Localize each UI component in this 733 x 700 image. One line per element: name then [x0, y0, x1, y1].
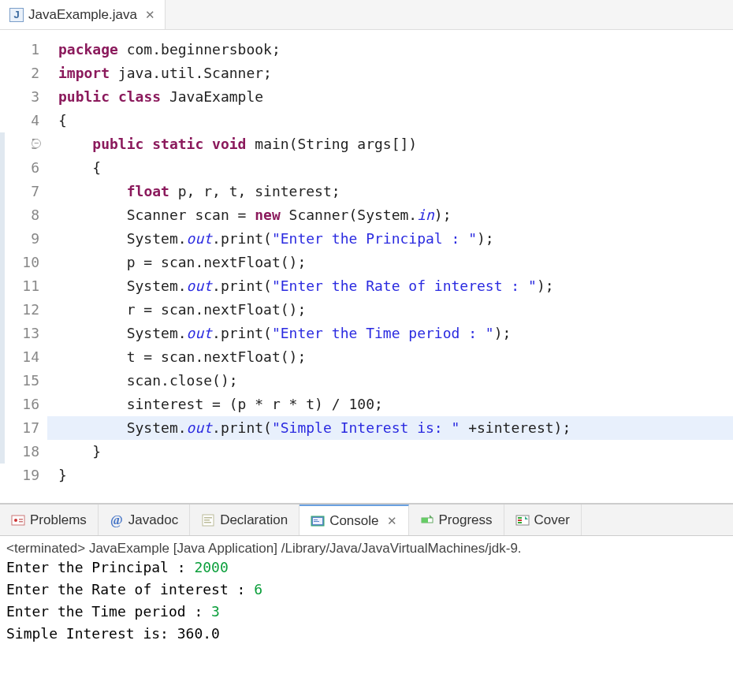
editor-pane: J JavaExample.java ✕ 12345−6789101112131… — [0, 0, 733, 504]
svg-rect-15 — [518, 517, 522, 519]
bottom-tab-bar: Problems @ Javadoc Declaration Console ✕… — [0, 505, 733, 536]
tab-javadoc[interactable]: @ Javadoc — [99, 505, 190, 535]
gutter-line: 2 — [0, 61, 39, 85]
code-body[interactable]: package com.beginnersbook; import java.u… — [47, 38, 733, 487]
svg-rect-0 — [12, 516, 24, 525]
code-line: public static void main(String args[]) — [47, 132, 733, 156]
code-line: } — [47, 464, 733, 487]
gutter-line: 10 — [0, 251, 39, 274]
svg-rect-6 — [204, 519, 210, 521]
console-output: Enter the Principal : 2000 Enter the Rat… — [6, 557, 727, 645]
svg-rect-7 — [204, 522, 211, 523]
code-line: { — [47, 109, 733, 132]
svg-rect-5 — [204, 517, 212, 519]
tab-coverage[interactable]: Cover — [504, 505, 582, 535]
console-icon — [311, 514, 325, 528]
declaration-icon — [201, 513, 215, 527]
tab-label: Console — [329, 513, 378, 529]
code-line: scan.close(); — [47, 369, 733, 393]
gutter-line: 9 — [0, 227, 39, 251]
code-line: Scanner scan = new Scanner(System.in); — [47, 203, 733, 227]
gutter-line: 11 — [0, 274, 39, 298]
code-line: import java.util.Scanner; — [47, 61, 733, 85]
tab-declaration[interactable]: Declaration — [190, 505, 300, 535]
tab-problems[interactable]: Problems — [0, 505, 99, 535]
problems-icon — [11, 513, 25, 527]
code-line: float p, r, t, sinterest; — [47, 180, 733, 203]
gutter-line: 4 — [0, 109, 39, 132]
tab-label: Cover — [534, 512, 570, 528]
tab-label: Problems — [30, 512, 87, 528]
tab-label: Progress — [439, 512, 493, 528]
code-line: System.out.print("Enter the Rate of inte… — [47, 274, 733, 298]
code-line: sinterest = (p * r * t) / 100; — [47, 393, 733, 416]
gutter: 12345−678910111213141516171819 — [0, 38, 47, 487]
gutter-line: 3 — [0, 85, 39, 109]
gutter-line: 5− — [0, 132, 39, 156]
gutter-line: 15 — [0, 369, 39, 393]
coverage-icon — [515, 513, 530, 527]
svg-rect-13 — [422, 518, 428, 523]
gutter-line: 12 — [0, 298, 39, 322]
console-body[interactable]: <terminated> JavaExample [Java Applicati… — [0, 536, 733, 650]
gutter-line: 17 — [0, 416, 39, 440]
java-file-icon: J — [9, 8, 24, 22]
gutter-line: 13 — [0, 322, 39, 345]
close-icon[interactable]: ✕ — [145, 8, 155, 22]
svg-rect-16 — [518, 519, 522, 521]
bottom-pane: Problems @ Javadoc Declaration Console ✕… — [0, 504, 733, 650]
tab-progress[interactable]: Progress — [409, 505, 504, 535]
code-line: t = scan.nextFloat(); — [47, 345, 733, 369]
javadoc-icon: @ — [110, 513, 124, 527]
gutter-line: 8 — [0, 203, 39, 227]
code-line: public class JavaExample — [47, 85, 733, 109]
code-line: r = scan.nextFloat(); — [47, 298, 733, 322]
editor-tab-bar: J JavaExample.java ✕ — [0, 0, 733, 30]
code-line: System.out.print("Enter the Time period … — [47, 322, 733, 345]
tab-console[interactable]: Console ✕ — [300, 505, 408, 535]
gutter-line: 16 — [0, 393, 39, 416]
code-line: package com.beginnersbook; — [47, 38, 733, 61]
svg-rect-17 — [518, 522, 522, 523]
svg-rect-3 — [19, 521, 23, 523]
fold-toggle-icon[interactable]: − — [32, 139, 41, 148]
code-line: { — [47, 156, 733, 180]
console-line: Enter the Principal : 2000 — [6, 557, 727, 579]
svg-rect-10 — [314, 519, 318, 520]
svg-point-1 — [14, 519, 17, 522]
code-line: } — [47, 440, 733, 464]
gutter-line: 6 — [0, 156, 39, 180]
console-line: Enter the Rate of interest : 6 — [6, 579, 727, 601]
tab-label: Javadoc — [128, 512, 178, 528]
console-line: Simple Interest is: 360.0 — [6, 623, 727, 645]
progress-icon — [420, 513, 434, 527]
code-line: p = scan.nextFloat(); — [47, 251, 733, 274]
gutter-line: 1 — [0, 38, 39, 61]
svg-rect-2 — [19, 519, 23, 520]
console-terminated-line: <terminated> JavaExample [Java Applicati… — [6, 541, 727, 557]
gutter-line: 7 — [0, 180, 39, 203]
gutter-line: 18 — [0, 440, 39, 464]
svg-rect-11 — [314, 521, 319, 522]
code-line-current: System.out.print("Simple Interest is: " … — [47, 416, 733, 440]
code-area[interactable]: 12345−678910111213141516171819 package c… — [0, 30, 733, 503]
editor-tab-active[interactable]: J JavaExample.java ✕ — [0, 0, 166, 29]
gutter-line: 14 — [0, 345, 39, 369]
close-icon[interactable]: ✕ — [387, 514, 397, 528]
editor-tab-filename: JavaExample.java — [28, 7, 137, 23]
tab-label: Declaration — [220, 512, 288, 528]
console-line: Enter the Time period : 3 — [6, 601, 727, 623]
code-line: System.out.print("Enter the Principal : … — [47, 227, 733, 251]
gutter-line: 19 — [0, 464, 39, 487]
